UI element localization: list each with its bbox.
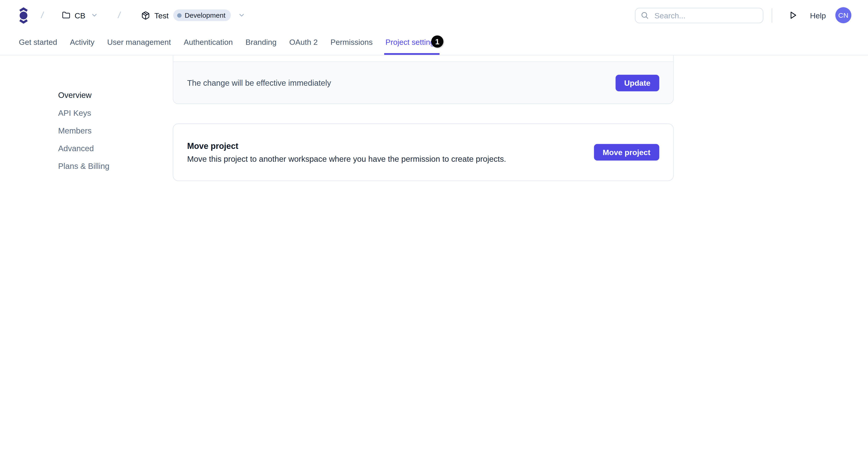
update-card-body	[173, 55, 673, 62]
environment-dot-icon	[177, 13, 181, 18]
sidebar-item-advanced[interactable]: Advanced	[58, 143, 173, 154]
workspace-name[interactable]: CB	[75, 11, 86, 20]
move-project-card: Move project Move this project to anothe…	[173, 123, 674, 181]
tab-authentication[interactable]: Authentication	[183, 31, 234, 55]
sidebar-item-api-keys[interactable]: API Keys	[58, 107, 173, 118]
sidebar-item-overview[interactable]: Overview	[58, 90, 173, 101]
update-card: The change will be effective immediately…	[173, 55, 674, 104]
tab-get-started[interactable]: Get started	[18, 31, 58, 55]
move-project-title: Move project	[187, 141, 506, 151]
app-window: / CB / Test Development	[0, 0, 868, 191]
update-card-footer: The change will be effective immediately…	[173, 61, 673, 103]
settings-sidebar: Overview API Keys Members Advanced Plans…	[0, 55, 173, 178]
help-link[interactable]: Help	[810, 11, 826, 20]
user-avatar[interactable]: CN	[835, 7, 851, 23]
environment-label: Development	[185, 11, 225, 19]
move-project-button[interactable]: Move project	[594, 144, 659, 160]
settings-content: The change will be effective immediately…	[173, 55, 674, 191]
topbar-divider	[772, 8, 772, 23]
update-note: The change will be effective immediately	[187, 78, 331, 87]
tab-branding[interactable]: Branding	[244, 31, 278, 55]
update-button[interactable]: Update	[615, 74, 659, 91]
tab-permissions[interactable]: Permissions	[329, 31, 374, 55]
sidebar-item-plans-billing[interactable]: Plans & Billing	[58, 161, 173, 172]
tab-user-management[interactable]: User management	[106, 31, 172, 55]
search-input[interactable]	[653, 10, 758, 20]
ory-logo-icon[interactable]	[19, 7, 28, 24]
annotation-badge-1: 1	[431, 35, 443, 48]
project-name[interactable]: Test	[154, 11, 168, 20]
play-icon[interactable]	[788, 10, 798, 20]
folder-icon	[62, 11, 70, 19]
sidebar-item-members[interactable]: Members	[58, 125, 173, 136]
project-package-icon	[141, 11, 150, 20]
move-project-text: Move project Move this project to anothe…	[187, 141, 506, 163]
top-bar: / CB / Test Development	[0, 0, 868, 31]
breadcrumb-separator: /	[40, 10, 44, 21]
tab-activity[interactable]: Activity	[69, 31, 95, 55]
search-icon	[641, 11, 649, 19]
environment-badge: Development	[173, 9, 231, 21]
move-project-description: Move this project to another workspace w…	[187, 154, 506, 163]
breadcrumb-separator: /	[117, 10, 121, 21]
search-box[interactable]	[635, 7, 764, 23]
workspace-chevron-down-icon[interactable]	[91, 12, 98, 19]
tab-oauth2[interactable]: OAuth 2	[288, 31, 319, 55]
project-chevron-down-icon[interactable]	[238, 12, 245, 19]
